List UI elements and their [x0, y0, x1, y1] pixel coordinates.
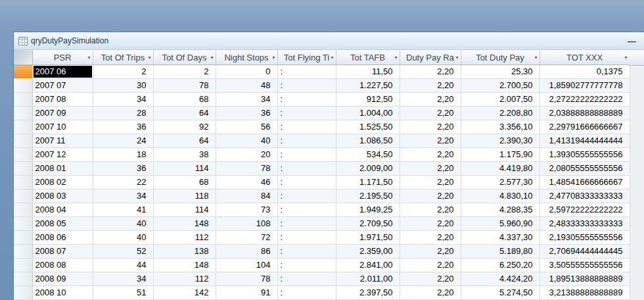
cell-tot-flying-ti[interactable]: : [277, 120, 336, 134]
cell-psr[interactable]: 2008 06 [32, 231, 93, 245]
cell-tot-duty-pay[interactable]: 1.175,90 [461, 148, 540, 162]
cell-psr[interactable]: 2008 05 [32, 217, 93, 231]
cell-tot-tafb[interactable]: 2.359,00 [336, 245, 400, 259]
filter-arrow-icon[interactable]: ▾ [331, 55, 333, 61]
cell-tot-flying-ti[interactable]: : [277, 79, 336, 93]
cell-psr[interactable]: 2008 02 [32, 176, 93, 189]
cell-night-stops[interactable]: 73 [216, 203, 277, 217]
filter-arrow-icon[interactable]: ▾ [210, 55, 213, 61]
cell-duty-pay-ra[interactable]: 2,20 [400, 272, 461, 286]
row-selector[interactable] [14, 93, 32, 107]
cell-tot-flying-ti[interactable]: : [277, 217, 336, 231]
cell-tot-xxx[interactable]: 1,39305555555556 [540, 148, 630, 162]
filter-arrow-icon[interactable]: ▾ [87, 55, 90, 61]
cell-tot-xxx[interactable]: 1,89513888888889 [540, 272, 630, 286]
column-header-duty-pay-ra[interactable]: Duty Pay Ra▾ [400, 50, 461, 65]
cell-tot-duty-pay[interactable]: 4.419,80 [461, 162, 540, 176]
cell-tot-flying-ti[interactable]: : [277, 189, 336, 203]
cell-duty-pay-ra[interactable]: 2,20 [400, 134, 461, 148]
cell-psr[interactable]: 2007 12 [32, 148, 93, 162]
cell-tot-of-trips[interactable]: 34 [93, 93, 153, 107]
cell-tot-duty-pay[interactable]: 25,30 [461, 65, 540, 79]
cell-tot-of-days[interactable]: 118 [153, 189, 216, 203]
cell-duty-pay-ra[interactable]: 2,20 [400, 107, 461, 120]
row-selector[interactable] [14, 286, 32, 300]
cell-night-stops[interactable]: 46 [216, 176, 277, 189]
cell-night-stops[interactable]: 20 [216, 148, 277, 162]
cell-tot-tafb[interactable]: 912,50 [336, 93, 400, 107]
cell-tot-tafb[interactable]: 1.227,50 [336, 79, 400, 93]
cell-tot-of-trips[interactable]: 52 [93, 245, 153, 259]
cell-tot-tafb[interactable]: 1.949,25 [336, 203, 400, 217]
row-selector[interactable] [14, 259, 32, 272]
filter-arrow-icon[interactable]: ▾ [534, 55, 537, 61]
cell-night-stops[interactable]: 72 [216, 231, 277, 245]
cell-tot-xxx[interactable]: 2,03888888888889 [540, 107, 630, 120]
column-header-tot-flying-ti[interactable]: Tot Flying Ti▾ [277, 50, 336, 65]
cell-duty-pay-ra[interactable]: 2,20 [400, 231, 461, 245]
cell-tot-of-trips[interactable]: 36 [93, 120, 153, 134]
row-selector[interactable] [14, 162, 32, 176]
cell-tot-of-days[interactable]: 138 [153, 245, 216, 259]
cell-tot-tafb[interactable]: 11,50 [336, 65, 400, 79]
cell-tot-xxx[interactable]: 0,1375 [540, 65, 630, 79]
cell-duty-pay-ra[interactable]: 2,20 [400, 245, 461, 259]
cell-duty-pay-ra[interactable]: 2,20 [400, 189, 461, 203]
cell-night-stops[interactable]: 34 [216, 93, 277, 107]
cell-tot-tafb[interactable]: 2.011,00 [336, 272, 400, 286]
cell-duty-pay-ra[interactable]: 2,20 [400, 65, 461, 79]
cell-tot-of-days[interactable]: 148 [153, 217, 216, 231]
cell-tot-xxx[interactable]: 2,59722222222222 [540, 203, 630, 217]
cell-duty-pay-ra[interactable]: 2,20 [400, 217, 461, 231]
cell-duty-pay-ra[interactable]: 2,20 [400, 286, 461, 300]
cell-night-stops[interactable]: 56 [216, 120, 277, 134]
column-header-psr[interactable]: PSR▾ [32, 50, 93, 65]
row-selector[interactable] [14, 79, 32, 93]
filter-arrow-icon[interactable]: ▾ [148, 55, 150, 61]
filter-arrow-icon[interactable]: ▾ [394, 55, 397, 61]
cell-tot-flying-ti[interactable]: : [277, 259, 336, 272]
row-selector-current[interactable] [14, 65, 32, 79]
cell-tot-xxx[interactable]: 2,19305555555556 [540, 231, 630, 245]
cell-tot-xxx[interactable]: 2,47708333333333 [540, 189, 630, 203]
cell-tot-flying-ti[interactable]: : [277, 245, 336, 259]
row-selector[interactable] [14, 231, 32, 245]
cell-tot-tafb[interactable]: 1.004,00 [336, 107, 400, 120]
cell-tot-flying-ti[interactable]: : [277, 65, 336, 79]
cell-duty-pay-ra[interactable]: 2,20 [400, 162, 461, 176]
column-header-tot-xxx[interactable]: TOT XXX▾ [540, 50, 630, 65]
cell-tot-duty-pay[interactable]: 4.288,35 [461, 203, 540, 217]
cell-tot-duty-pay[interactable]: 5.274,50 [461, 286, 540, 300]
cell-tot-duty-pay[interactable]: 4.424,20 [461, 272, 540, 286]
cell-tot-of-trips[interactable]: 40 [93, 231, 153, 245]
cell-tot-duty-pay[interactable]: 6.250,20 [461, 259, 540, 272]
cell-tot-xxx[interactable]: 2,70694444444445 [540, 245, 630, 259]
cell-psr[interactable]: 2007 09 [32, 107, 93, 120]
cell-tot-tafb[interactable]: 1.171,50 [336, 176, 400, 189]
cell-tot-tafb[interactable]: 1.525,50 [336, 120, 400, 134]
cell-duty-pay-ra[interactable]: 2,20 [400, 120, 461, 134]
cell-tot-flying-ti[interactable]: : [277, 93, 336, 107]
cell-tot-of-trips[interactable]: 51 [93, 286, 153, 300]
minimize-icon[interactable]: — [625, 36, 639, 46]
row-selector[interactable] [14, 203, 32, 217]
cell-tot-xxx[interactable]: 1,85902777777778 [540, 79, 630, 93]
row-selector[interactable] [14, 189, 32, 203]
cell-duty-pay-ra[interactable]: 2,20 [400, 93, 461, 107]
cell-psr[interactable]: 2008 01 [32, 162, 93, 176]
column-header-tot-tafb[interactable]: Tot TAFB▾ [336, 50, 400, 65]
cell-tot-duty-pay[interactable]: 2.700,50 [461, 79, 540, 93]
cell-tot-of-days[interactable]: 112 [153, 272, 216, 286]
cell-night-stops[interactable]: 91 [216, 286, 277, 300]
cell-tot-duty-pay[interactable]: 2.007,50 [461, 93, 540, 107]
cell-tot-of-days[interactable]: 112 [153, 231, 216, 245]
cell-night-stops[interactable]: 84 [216, 189, 277, 203]
cell-tot-duty-pay[interactable]: 4.830,10 [461, 189, 540, 203]
cell-tot-xxx[interactable]: 2,48333333333333 [540, 217, 630, 231]
cell-night-stops[interactable]: 36 [216, 107, 277, 120]
cell-tot-of-trips[interactable]: 34 [93, 189, 153, 203]
cell-tot-tafb[interactable]: 1.086,50 [336, 134, 400, 148]
row-selector[interactable] [14, 120, 32, 134]
cell-tot-xxx[interactable]: 2,29791666666667 [540, 120, 630, 134]
cell-tot-tafb[interactable]: 2.397,50 [336, 286, 400, 300]
